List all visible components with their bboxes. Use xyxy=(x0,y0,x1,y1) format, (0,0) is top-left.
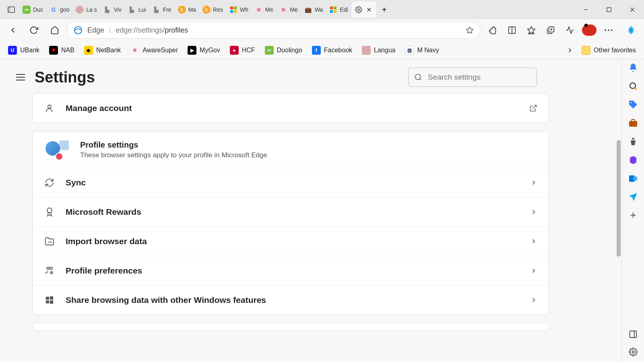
sidebar-settings-icon[interactable] xyxy=(629,348,638,356)
gear-icon xyxy=(355,6,363,14)
tab-label: Fre xyxy=(163,6,171,13)
tab[interactable]: ▙Fre xyxy=(149,2,175,18)
tab-actions-button[interactable] xyxy=(3,2,19,18)
address-bar[interactable]: Edge | edge://settings/profiles xyxy=(67,22,481,39)
favorite-item[interactable]: ◆NetBank xyxy=(80,43,125,57)
other-favorites-button[interactable]: Other favorites xyxy=(578,43,640,57)
new-tab-button[interactable]: + xyxy=(376,2,392,18)
profile-avatar[interactable] xyxy=(580,21,598,39)
scrollbar-thumb[interactable] xyxy=(617,140,621,257)
tab[interactable]: ✱Me xyxy=(252,2,276,18)
minimize-button[interactable] xyxy=(574,0,597,19)
tab-label: Wh xyxy=(240,6,248,13)
tab[interactable]: Ggoo xyxy=(46,2,72,18)
tab-close-button[interactable]: ✕ xyxy=(365,6,373,14)
search-box[interactable] xyxy=(408,68,537,87)
svg-rect-1 xyxy=(8,7,10,12)
back-button[interactable] xyxy=(4,21,22,39)
favorite-item[interactable]: Langua xyxy=(358,43,399,57)
bell-icon[interactable] xyxy=(628,63,638,72)
svg-rect-9 xyxy=(334,10,336,13)
copilot-button[interactable] xyxy=(622,21,640,39)
maximize-button[interactable] xyxy=(597,0,621,19)
sidebar-toggle-icon[interactable] xyxy=(629,330,638,339)
favorites-button[interactable] xyxy=(522,21,540,39)
outlook-icon[interactable] xyxy=(628,174,638,183)
row-label: Manage account xyxy=(66,103,519,113)
rewards-row[interactable]: Microsoft Rewards xyxy=(33,197,549,227)
svg-rect-38 xyxy=(50,300,53,304)
search-input[interactable] xyxy=(428,73,531,82)
split-screen-button[interactable] xyxy=(503,21,521,39)
svg-point-41 xyxy=(630,102,632,103)
favorite-item[interactable]: UUBank xyxy=(4,43,43,57)
refresh-button[interactable] xyxy=(25,21,43,39)
briefcase-icon[interactable] xyxy=(628,118,638,128)
row-label: Profile preferences xyxy=(66,266,520,276)
tab[interactable]: ▙Viv xyxy=(100,2,125,18)
tab-label: goo xyxy=(60,6,69,13)
favorite-item[interactable]: ••Duolingo xyxy=(261,43,306,57)
tab[interactable]: ▙Lui xyxy=(125,2,149,18)
extensions-button[interactable] xyxy=(484,21,502,39)
manage-account-row[interactable]: Manage account xyxy=(33,94,549,123)
svg-point-24 xyxy=(605,29,606,31)
svg-rect-3 xyxy=(234,6,237,9)
tab[interactable]: Wh xyxy=(226,2,252,18)
next-card-peek xyxy=(32,323,549,331)
chevron-right-icon xyxy=(530,267,537,274)
share-data-row[interactable]: Share browsing data with other Windows f… xyxy=(33,286,549,315)
svg-point-33 xyxy=(50,267,52,269)
favorite-item[interactable]: ▶MyGov xyxy=(184,43,224,57)
page-title: Settings xyxy=(35,69,95,86)
tab[interactable]: ✱Me xyxy=(276,2,301,18)
search-sidebar-icon[interactable] xyxy=(628,81,638,91)
favorites-overflow-button[interactable] xyxy=(566,47,574,54)
svg-rect-37 xyxy=(46,300,49,303)
tab[interactable]: ••Duc xyxy=(19,2,46,18)
tab[interactable]: kMa xyxy=(175,2,199,18)
tab-label: La s xyxy=(86,6,97,13)
tab[interactable]: 💼Wa xyxy=(301,2,326,18)
tab-label: Me xyxy=(265,6,273,13)
favorite-star-icon[interactable] xyxy=(466,26,474,34)
favorite-item[interactable]: ●HCF xyxy=(226,43,259,57)
collections-button[interactable] xyxy=(542,21,559,39)
tab[interactable]: La s xyxy=(72,2,100,18)
tab[interactable]: kRes xyxy=(199,2,226,18)
tab[interactable]: Edi xyxy=(326,2,351,18)
svg-marker-19 xyxy=(528,27,535,33)
preferences-row[interactable]: Profile preferences xyxy=(33,256,549,286)
add-sidebar-icon[interactable] xyxy=(629,211,638,220)
menu-button[interactable] xyxy=(600,21,617,39)
window-controls xyxy=(574,0,644,19)
shopping-tag-icon[interactable] xyxy=(628,100,638,109)
external-link-icon xyxy=(529,104,537,112)
import-row[interactable]: Import browser data xyxy=(33,227,549,256)
svg-rect-12 xyxy=(607,8,611,12)
row-label: Sync xyxy=(66,178,520,187)
manage-account-card: Manage account xyxy=(32,93,549,123)
svg-rect-5 xyxy=(234,10,237,13)
favorite-item[interactable]: ✱AwareSuper xyxy=(126,43,182,57)
hamburger-menu-button[interactable] xyxy=(16,74,25,80)
svg-rect-35 xyxy=(46,297,49,300)
favorite-item[interactable]: fFacebook xyxy=(308,43,356,57)
games-icon[interactable] xyxy=(628,137,638,146)
sync-row[interactable]: Sync xyxy=(33,168,549,197)
drop-icon[interactable] xyxy=(628,192,638,202)
favorite-item[interactable]: ✱NAB xyxy=(45,43,78,57)
favorite-item[interactable]: ▥M Navy xyxy=(401,43,443,57)
svg-rect-8 xyxy=(330,10,333,13)
tab-label: Duc xyxy=(33,6,43,13)
sync-icon xyxy=(44,177,55,188)
svg-line-30 xyxy=(533,105,536,109)
tab-label: Res xyxy=(213,6,223,13)
performance-button[interactable] xyxy=(561,21,579,39)
tab-active[interactable]: ✕ xyxy=(351,2,376,18)
close-window-button[interactable] xyxy=(621,0,644,19)
import-icon xyxy=(44,236,55,247)
svg-line-40 xyxy=(635,88,637,90)
office-icon[interactable] xyxy=(628,155,638,165)
home-button[interactable] xyxy=(46,21,64,39)
